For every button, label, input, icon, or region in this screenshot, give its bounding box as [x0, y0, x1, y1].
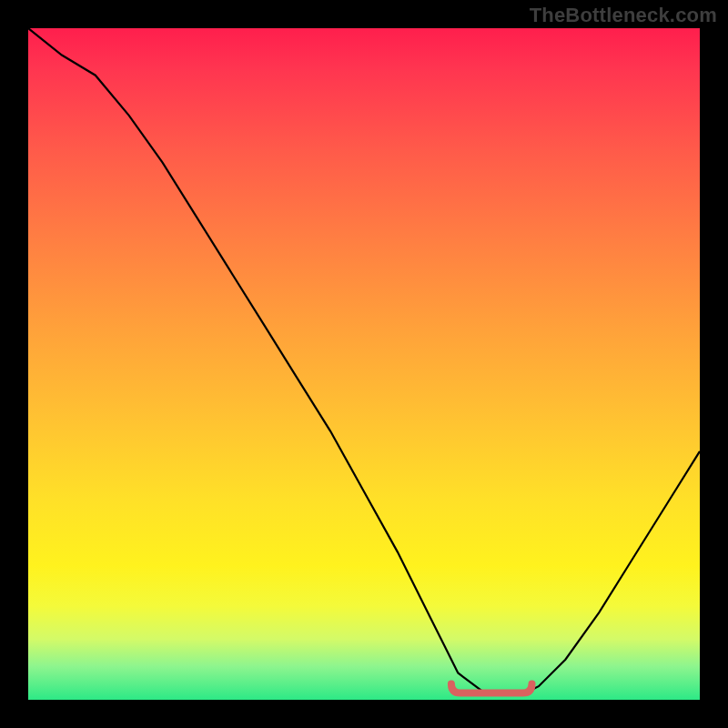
- curve-layer: [28, 28, 700, 700]
- optimal-range-marker: [451, 684, 532, 693]
- bottleneck-curve: [28, 28, 700, 693]
- plot-area: [28, 28, 700, 700]
- watermark-text: TheBottleneck.com: [530, 4, 717, 27]
- chart-frame: TheBottleneck.com: [0, 0, 728, 728]
